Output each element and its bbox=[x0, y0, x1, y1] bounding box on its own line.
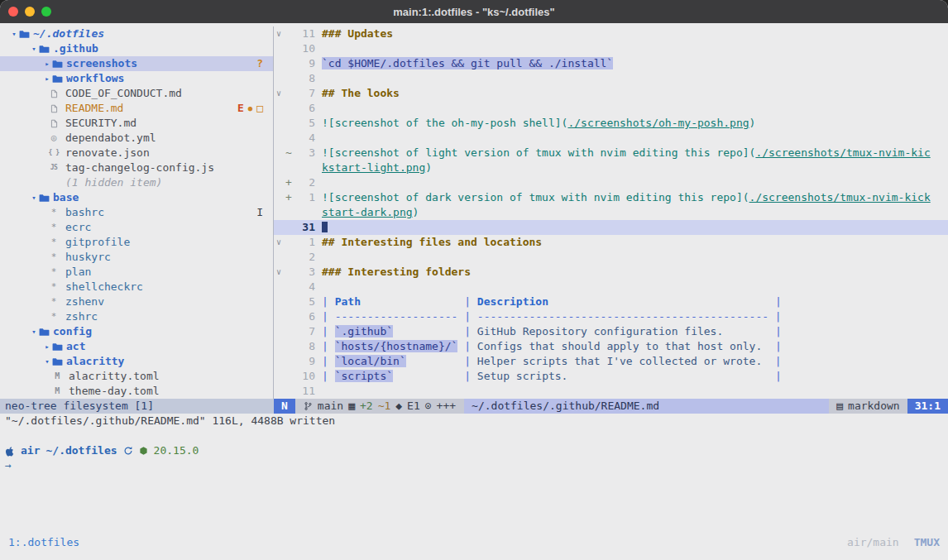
tree-item-renovate-json[interactable]: { }renovate.json bbox=[0, 146, 273, 160]
chevron-right-icon[interactable]: ▸ bbox=[42, 339, 52, 354]
editor-line-5[interactable]: 5| Path | Description | bbox=[274, 294, 948, 309]
minimize-button[interactable] bbox=[25, 7, 35, 17]
tree-item-code-of-conduct-md[interactable]: CODE_OF_CONDUCT.md bbox=[0, 86, 273, 101]
chevron-down-icon[interactable]: ▾ bbox=[42, 354, 52, 369]
editor-line-2[interactable]: +2 bbox=[274, 175, 948, 190]
tmux-session: ▾~/.dotfiles▾.github▸screenshots?▸workfl… bbox=[0, 23, 948, 560]
editor-line-7[interactable]: ∨7## The looks bbox=[274, 86, 948, 101]
editor-line-8[interactable]: 8| `hosts/{hostname}/` | Configs that sh… bbox=[274, 339, 948, 354]
badge-error: E bbox=[237, 101, 244, 116]
diagnostics-count: E1 bbox=[407, 399, 420, 414]
editor-line-4[interactable]: 4 bbox=[274, 131, 948, 146]
line-text: ![screenshot of the oh-my-posh shell](./… bbox=[322, 116, 948, 131]
chevron-down-icon[interactable]: ▾ bbox=[29, 190, 39, 205]
tree-item-base[interactable]: ▾base bbox=[0, 190, 273, 205]
fold-marker-icon bbox=[274, 41, 284, 56]
tree-item-config[interactable]: ▾config bbox=[0, 324, 273, 339]
tree-item-theme-day-toml[interactable]: Mtheme-day.toml bbox=[0, 384, 273, 399]
chevron-right-icon[interactable]: ▸ bbox=[42, 56, 52, 71]
editor-line-1[interactable]: +1![screenshot of dark version of tmux w… bbox=[274, 190, 948, 205]
tree-item-huskyrc[interactable]: *huskyrc bbox=[0, 250, 273, 265]
line-number: 8 bbox=[294, 71, 322, 86]
badge-untracked: ? bbox=[256, 56, 263, 71]
tree-item-label: act bbox=[66, 339, 85, 354]
editor-line-6[interactable]: 6 bbox=[274, 101, 948, 116]
fold-marker-icon: ∨ bbox=[274, 86, 284, 101]
git-sign bbox=[284, 294, 294, 309]
editor-line-9[interactable]: 9| `local/bin` | Helper scripts that I'v… bbox=[274, 354, 948, 369]
toml-icon: M bbox=[50, 369, 64, 384]
editor-line-2[interactable]: 2 bbox=[274, 250, 948, 265]
editor-cursor-line[interactable]: 31 bbox=[274, 220, 948, 235]
editor-line-9[interactable]: 9`cd $HOME/.dotfiles && git pull && ./in… bbox=[274, 56, 948, 71]
editor-line-5[interactable]: 5![screenshot of the oh-my-posh shell](.… bbox=[274, 116, 948, 131]
line-text bbox=[322, 280, 948, 294]
line-text: ### Updates bbox=[322, 26, 948, 41]
folder-icon bbox=[52, 59, 63, 69]
tree-item-tag-changelog-config-js[interactable]: JStag-changelog-config.js bbox=[0, 160, 273, 175]
line-text: | `local/bin` | Helper scripts that I've… bbox=[322, 354, 948, 369]
tree-item-label: README.md bbox=[65, 101, 123, 116]
editor-line-11[interactable]: 11 bbox=[274, 384, 948, 399]
line-number: 11 bbox=[294, 384, 322, 399]
git-sign bbox=[284, 280, 294, 294]
tree-item-security-md[interactable]: SECURITY.md bbox=[0, 116, 273, 131]
tree-item-dependabot-yml[interactable]: ◎dependabot.yml bbox=[0, 131, 273, 146]
line-number: 1 bbox=[294, 235, 322, 250]
editor-line-3[interactable]: ∨3### Interesting folders bbox=[274, 265, 948, 280]
chevron-down-icon[interactable]: ▾ bbox=[29, 324, 39, 339]
editor-line-3[interactable]: ~3![screenshot of light version of tmux … bbox=[274, 146, 948, 160]
close-button[interactable] bbox=[8, 7, 18, 17]
tree-item-readme-md[interactable]: README.mdE●□ bbox=[0, 101, 273, 116]
tree-item-gitprofile[interactable]: *gitprofile bbox=[0, 235, 273, 250]
tree-item-dotfiles[interactable]: ▾~/.dotfiles bbox=[0, 26, 273, 41]
line-text bbox=[322, 175, 948, 190]
tree-item-ecrc[interactable]: *ecrc bbox=[0, 220, 273, 235]
tree-item-github[interactable]: ▾.github bbox=[0, 41, 273, 56]
chevron-down-icon[interactable]: ▾ bbox=[9, 26, 19, 41]
line-text bbox=[322, 101, 948, 116]
git-sign bbox=[284, 86, 294, 101]
line-text bbox=[322, 131, 948, 146]
tree-item-bashrc[interactable]: *bashrcI bbox=[0, 205, 273, 220]
editor-line-7[interactable]: 7| `.github` | GitHub Repository configu… bbox=[274, 324, 948, 339]
window-title: main:1:.dotfiles - "ks~/.dotfiles" bbox=[393, 6, 554, 18]
tree-item-label: tag-changelog-config.js bbox=[65, 160, 214, 175]
tree-item-alacritty[interactable]: ▾alacritty bbox=[0, 354, 273, 369]
editor-buffer[interactable]: ∨11### Updates109`cd $HOME/.dotfiles && … bbox=[274, 26, 948, 399]
editor-line-6[interactable]: 6| ------------------- | ---------------… bbox=[274, 309, 948, 324]
tree-item-zshrc[interactable]: *zshrc bbox=[0, 309, 273, 324]
markdown-icon bbox=[47, 103, 60, 114]
editor-line-1[interactable]: ∨1## Interesting files and locations bbox=[274, 235, 948, 250]
chevron-right-icon[interactable]: ▸ bbox=[42, 71, 52, 86]
tree-item-label: alacritty bbox=[66, 354, 124, 369]
tree-item-label: zshrc bbox=[65, 309, 98, 324]
tree-item-alacritty-toml[interactable]: Malacritty.toml bbox=[0, 369, 273, 384]
tree-item-screenshots[interactable]: ▸screenshots? bbox=[0, 56, 273, 71]
editor-line-wrap[interactable]: start-dark.png) bbox=[274, 205, 948, 220]
prompt-cwd: ~/.dotfiles bbox=[45, 443, 117, 458]
editor-line-wrap[interactable]: kstart-light.png) bbox=[274, 160, 948, 175]
line-number: 5 bbox=[294, 116, 322, 131]
tree-item-act[interactable]: ▸act bbox=[0, 339, 273, 354]
tree-item-label: ecrc bbox=[65, 220, 91, 235]
line-number: 3 bbox=[294, 265, 322, 280]
chevron-down-icon[interactable]: ▾ bbox=[29, 41, 39, 56]
zoom-button[interactable] bbox=[41, 7, 51, 17]
tree-item-plan[interactable]: *plan bbox=[0, 265, 273, 280]
tree-item-label: config bbox=[53, 324, 92, 339]
line-text: `cd $HOME/.dotfiles && git pull && ./ins… bbox=[322, 56, 948, 71]
line-number: 6 bbox=[294, 101, 322, 116]
editor-line-10[interactable]: 10 bbox=[274, 41, 948, 56]
editor-line-8[interactable]: 8 bbox=[274, 71, 948, 86]
tree-item-shellcheckrc[interactable]: *shellcheckrc bbox=[0, 280, 273, 294]
git-sign bbox=[284, 71, 294, 86]
editor-line-10[interactable]: 10| `scripts` | Setup scripts. | bbox=[274, 369, 948, 384]
tmux-window-name[interactable]: 1:.dotfiles bbox=[8, 535, 79, 550]
editor-line-11[interactable]: ∨11### Updates bbox=[274, 26, 948, 41]
prompt-arrow-icon[interactable]: → bbox=[0, 458, 948, 473]
tree-item-workflows[interactable]: ▸workflows bbox=[0, 71, 273, 86]
tree-item-zshenv[interactable]: *zshenv bbox=[0, 294, 273, 309]
line-number: 5 bbox=[294, 294, 322, 309]
editor-line-4[interactable]: 4 bbox=[274, 280, 948, 294]
